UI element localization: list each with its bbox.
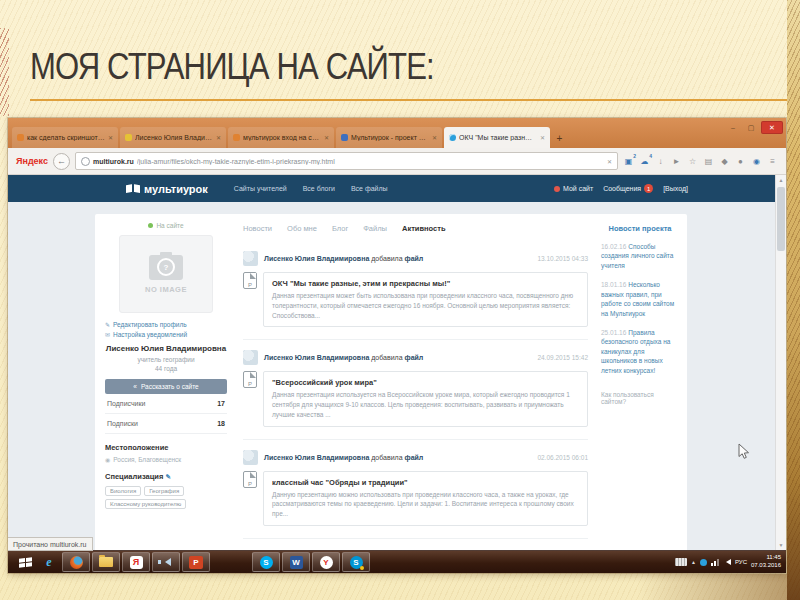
feed-author[interactable]: Лисенко Юлия Владимировна: [264, 454, 369, 461]
back-button[interactable]: ←: [53, 153, 70, 170]
star-icon[interactable]: ☆: [687, 157, 698, 166]
tag-geography[interactable]: География: [144, 486, 184, 496]
news-item[interactable]: 18.01.16Несколько важных правил, при раб…: [601, 280, 679, 318]
tab-close-icon[interactable]: ✕: [216, 134, 221, 141]
nav-teacher-sites[interactable]: Сайты учителей: [234, 185, 287, 192]
extension-dot-icon[interactable]: ●: [735, 157, 746, 166]
favicon: [17, 134, 24, 141]
tab-close-icon[interactable]: ✕: [540, 134, 545, 141]
firefox-icon[interactable]: [62, 552, 90, 572]
skype-business-icon[interactable]: S: [342, 552, 370, 572]
browser-tab-2[interactable]: Лисенко Юлия Владимир... ✕: [120, 127, 226, 148]
profile-name[interactable]: Лисенко Юлия Владимировна: [105, 344, 227, 354]
maximize-button[interactable]: ▢: [743, 121, 759, 134]
profile-occupation: учитель географии: [105, 356, 227, 363]
tray-time: 11:45: [751, 554, 781, 562]
downloads-icon[interactable]: ☁4: [639, 157, 650, 166]
yandex-browser-icon[interactable]: Я: [122, 552, 150, 572]
new-tab-button[interactable]: +: [552, 130, 567, 146]
yandex-logo[interactable]: Яндекс: [16, 156, 48, 166]
scrollbar[interactable]: ▲ ▼: [775, 175, 786, 550]
minimize-button[interactable]: –: [725, 121, 741, 134]
tab-blog[interactable]: Блог: [332, 224, 348, 233]
feed-author[interactable]: Лисенко Юлия Владимировна: [264, 255, 369, 262]
menu-icon[interactable]: ≡: [767, 157, 778, 166]
following-row[interactable]: Подписки18: [105, 414, 227, 434]
title-underline: [30, 99, 794, 101]
tab-label: ОКЧ "Мы такие разные, ...: [459, 134, 537, 141]
file-title[interactable]: "Всероссийский урок мира": [272, 378, 579, 387]
speaker-icon[interactable]: [723, 559, 731, 565]
internet-explorer-icon[interactable]: e: [38, 553, 60, 571]
tab-activity[interactable]: Активность: [402, 224, 446, 233]
logout-link[interactable]: [Выход]: [663, 185, 688, 192]
messages-link[interactable]: Сообщения1: [603, 184, 653, 193]
notification-settings-link[interactable]: ✉ Настройка уведомлений: [105, 331, 227, 338]
browser-tab-active[interactable]: ОКЧ "Мы такие разные, ... ✕: [444, 127, 550, 148]
avatar-placeholder[interactable]: ? NO IMAGE: [119, 235, 213, 313]
arrow-down-icon[interactable]: ↓: [655, 157, 666, 166]
multiurok-logo[interactable]: мультиурок: [126, 183, 208, 195]
keyboard-icon[interactable]: [675, 558, 687, 566]
favicon: [125, 134, 132, 141]
how-to-use-link[interactable]: Как пользоваться сайтом?: [601, 391, 679, 405]
clock[interactable]: 11:45 07.03.2016: [751, 554, 781, 570]
browser-tab-3[interactable]: мультиурок вход на сайт ... ✕: [228, 127, 334, 148]
tab-news[interactable]: Новости: [243, 224, 272, 233]
skype-icon[interactable]: S: [252, 552, 280, 572]
send-icon[interactable]: ►: [671, 157, 682, 166]
language-indicator[interactable]: РУС: [735, 559, 747, 565]
my-site-link[interactable]: Мой сайт: [554, 185, 593, 192]
browser-tab-1[interactable]: как сделать скриншот с ... ✕: [12, 127, 118, 148]
left-edge-accent: [0, 28, 9, 116]
feed-author[interactable]: Лисенко Юлия Владимировна: [264, 354, 369, 361]
volume-mixer-icon[interactable]: [152, 552, 180, 572]
file-title[interactable]: классный час "Обряды и традиции": [272, 478, 579, 487]
network-signal-icon[interactable]: [711, 558, 719, 566]
nav-all-blogs[interactable]: Все блоги: [303, 185, 335, 192]
tray-expand-icon[interactable]: ▲: [691, 559, 696, 565]
tab-close-icon[interactable]: ✕: [108, 134, 113, 141]
news-item[interactable]: 16.02.16Способы создания личного сайта у…: [601, 242, 679, 270]
feed-object: файл: [405, 454, 424, 461]
edit-profile-link[interactable]: ✎ Редактировать профиль: [105, 321, 227, 328]
tab-files[interactable]: Файлы: [363, 224, 387, 233]
bottom-corner-shade: [637, 574, 787, 600]
share-site-button[interactable]: « Рассказать о сайте: [105, 379, 227, 394]
news-item[interactable]: 25.01.16Правила безопасного отдыха на ка…: [601, 328, 679, 375]
bookmarks-icon[interactable]: ▣2: [623, 157, 634, 166]
tray-app-icon[interactable]: [700, 559, 707, 566]
file-card[interactable]: "Всероссийский урок мира" Данная презент…: [263, 371, 588, 426]
tab-about[interactable]: Обо мне: [287, 224, 317, 233]
url-field[interactable]: multiurok.ru /julia-amur/files/okch-my-t…: [75, 152, 618, 170]
yandex-icon[interactable]: Y: [312, 552, 340, 572]
file-title[interactable]: ОКЧ "Мы такие разные, этим и прекрасны м…: [272, 279, 579, 288]
file-explorer-icon[interactable]: [92, 552, 120, 572]
scroll-down-icon[interactable]: ▼: [776, 542, 786, 548]
close-button[interactable]: ✕: [761, 121, 783, 134]
browser-tab-4[interactable]: Мультиурок - проект для... ✕: [336, 127, 442, 148]
scrollbar-thumb[interactable]: [777, 187, 785, 251]
file-icon: P: [243, 471, 257, 488]
scroll-up-icon[interactable]: ▲: [776, 177, 786, 183]
edit-specialization-icon[interactable]: ✎: [165, 473, 170, 480]
nav-all-files[interactable]: Все файлы: [351, 185, 388, 192]
tab-close-icon[interactable]: ✕: [324, 134, 329, 141]
logo-text: мультиурок: [144, 183, 208, 195]
project-news-heading[interactable]: Новости проекта: [601, 224, 679, 233]
url-path: /julia-amur/files/okch-my-takie-raznyie-…: [137, 158, 604, 165]
start-button[interactable]: [13, 551, 37, 573]
alice-icon[interactable]: ◉: [751, 157, 762, 166]
tag-class-teacher[interactable]: Классному руководителю: [105, 499, 186, 509]
shield-icon[interactable]: ◆: [719, 157, 730, 166]
clipboard-icon[interactable]: ▤: [703, 157, 714, 166]
powerpoint-icon[interactable]: P: [182, 552, 210, 572]
profile-age: 44 года: [105, 365, 227, 372]
file-card[interactable]: классный час "Обряды и традиции" Данную …: [263, 471, 588, 526]
followers-row[interactable]: Подписчики17: [105, 394, 227, 414]
tab-close-icon[interactable]: ✕: [432, 134, 437, 141]
file-card[interactable]: ОКЧ "Мы такие разные, этим и прекрасны м…: [263, 272, 588, 327]
word-icon[interactable]: W: [282, 552, 310, 572]
tag-biology[interactable]: Биология: [105, 486, 141, 496]
clear-url-icon[interactable]: ✕: [607, 158, 612, 165]
